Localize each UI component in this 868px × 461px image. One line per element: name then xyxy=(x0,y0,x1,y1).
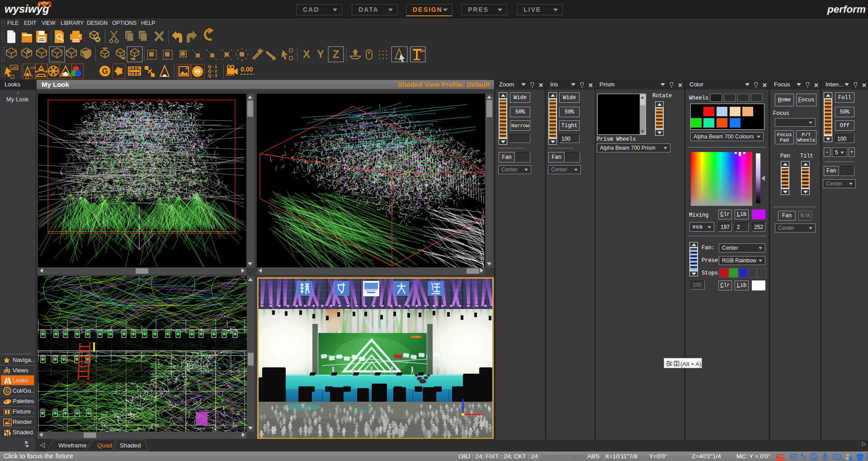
svg-text:100: 100 xyxy=(11,66,18,70)
svg-text:Q - 1: Q - 1 xyxy=(208,64,217,69)
svg-text:0.00: 0.00 xyxy=(241,66,253,73)
svg-text:0: 0 xyxy=(31,74,33,78)
svg-text:100: 100 xyxy=(30,66,36,70)
svg-text:Wireframe: Wireframe xyxy=(58,442,86,449)
svg-text:G: G xyxy=(5,388,9,394)
svg-text:Quad: Quad xyxy=(97,442,112,449)
svg-text:Q - 2: Q - 2 xyxy=(208,69,217,73)
svg-text:Shaded: Shaded xyxy=(120,442,141,449)
svg-text:0+: 0+ xyxy=(420,48,425,53)
svg-text:Y: Y xyxy=(317,48,324,60)
svg-text:(Alt + A): (Alt + A) xyxy=(680,361,702,367)
svg-text:Z: Z xyxy=(333,48,340,60)
svg-text:Q - 3: Q - 3 xyxy=(208,73,217,78)
svg-text:G: G xyxy=(102,67,108,76)
svg-text:X: X xyxy=(303,48,310,60)
